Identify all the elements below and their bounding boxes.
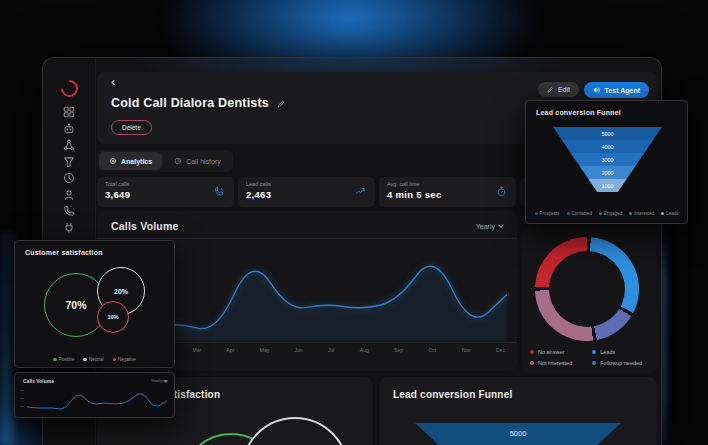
edit-button-label: Edit [558, 86, 570, 93]
x-axis-label: Sep [394, 347, 403, 353]
neutral-circle [241, 417, 349, 445]
legend-label: Prospects [540, 211, 560, 216]
stat-value: 4 min 5 sec [387, 189, 508, 200]
legend-dot [530, 361, 534, 365]
legend-item: Prospects [535, 211, 560, 216]
delete-button[interactable]: Delete [111, 120, 152, 135]
desktop: ‹ Cold Call Dialora Dentists Delete Edit… [0, 0, 708, 445]
contacts-icon [63, 189, 75, 201]
stat-label: Total calls [105, 181, 226, 187]
legend-item: Neutral [83, 357, 103, 362]
sidebar-item-history[interactable] [57, 172, 81, 184]
chevron-down-icon [498, 222, 504, 228]
satisfaction-overlay-title: Customer satisfaction [25, 249, 103, 256]
sidebar-item-integrations[interactable] [57, 222, 81, 234]
page-title: Cold Call Dialora Dentists [111, 96, 269, 110]
tab-call-history[interactable]: Call history [164, 152, 231, 170]
clock-icon [174, 157, 182, 165]
stat-value: 3,649 [105, 189, 226, 200]
stat-card-1: Total calls3,649 [97, 177, 234, 207]
sidebar-item-funnel[interactable] [57, 156, 81, 168]
mini-range-dropdown[interactable]: Yearly [151, 378, 167, 383]
backdrop-streak-left [0, 232, 14, 445]
back-button[interactable]: ‹ [111, 75, 115, 89]
calls-volume-header: Calls Volume Yearly [97, 211, 517, 239]
analytics-icon [109, 157, 117, 165]
test-agent-button[interactable]: Test Agent [584, 82, 649, 98]
legend-label: Engaged [604, 211, 622, 216]
history-icon [63, 172, 75, 184]
legend-dot [592, 361, 596, 365]
x-axis-label: Nov [462, 347, 471, 353]
stat-label: Avg. call time [387, 181, 508, 187]
lead-funnel-panel-title: Lead conversion Funnel [393, 389, 512, 400]
speaker-icon [593, 86, 601, 94]
tab-analytics[interactable]: Analytics [99, 152, 162, 170]
edit-button[interactable]: Edit [538, 82, 579, 97]
edit-title-icon[interactable] [277, 94, 286, 112]
title-row: Cold Call Dialora Dentists [111, 94, 286, 112]
legend-column: No answerNot interested [530, 349, 572, 366]
funnel-legend: ProspectsContactedEngagedInterestedLeads [526, 211, 687, 216]
tab-analytics-label: Analytics [121, 158, 152, 165]
mini-calls-volume-overlay: Calls Volume Yearly [14, 372, 175, 418]
legend-label: Leads [600, 349, 615, 355]
x-axis-label: Mar [193, 347, 202, 353]
mini-line-chart [27, 387, 167, 413]
sidebar-item-workflows[interactable] [57, 139, 81, 151]
funnel-stage-value: 5000 [510, 429, 527, 445]
sidebar-item-contacts[interactable] [57, 189, 81, 201]
stat-value: 2,463 [246, 189, 367, 200]
range-dropdown[interactable]: Yearly [476, 223, 503, 230]
funnel-stage-5: 1000 [553, 179, 662, 192]
outcomes-donut-chart [535, 237, 639, 341]
x-axis-label: May [260, 347, 269, 353]
chevron-down-icon [163, 378, 167, 382]
tab-call-history-label: Call history [186, 158, 221, 165]
phone-call-icon [214, 186, 225, 197]
dashboard-icon [63, 106, 75, 118]
legend-dot [530, 350, 534, 354]
agent-icon [63, 123, 75, 135]
x-axis-labels: JanFebMarAprMayJunJulAugSepOctNovDec [125, 347, 505, 353]
integrations-icon [63, 222, 75, 234]
legend-item: Contacted [567, 211, 593, 216]
legend-label: Not interested [538, 360, 572, 366]
lead-funnel-overlay-title: Lead conversion Funnel [536, 109, 621, 116]
call-outcomes-panel: No answerNot interestedLeadsFollowup nee… [521, 229, 657, 373]
legend-item: No answer [530, 349, 572, 355]
trend-up-icon [355, 186, 366, 197]
legend-dot [535, 212, 538, 215]
sidebar-item-calls[interactable] [57, 205, 81, 217]
sidebar-item-agents[interactable] [57, 123, 81, 135]
range-dropdown-value: Yearly [476, 223, 495, 230]
legend-dot [629, 212, 632, 215]
sidebar-item-dashboard[interactable] [57, 106, 81, 118]
legend-column: LeadsFollowup needed [592, 349, 642, 366]
stat-label: Lead calls [246, 181, 367, 187]
funnel-icon [63, 156, 75, 168]
legend-dot [83, 358, 87, 362]
legend-dot [113, 358, 117, 362]
test-agent-label: Test Agent [605, 87, 640, 94]
funnel-stages: 50004000300020001000 [553, 127, 662, 192]
legend-label: No answer [538, 349, 564, 355]
legend-label: Interested [634, 211, 654, 216]
x-axis-label: Dec [496, 347, 505, 353]
legend-label: Leads [666, 211, 678, 216]
legend-item: Negative [113, 357, 136, 362]
legend-item: Interested [629, 211, 654, 216]
calls-volume-title: Calls Volume [111, 220, 179, 232]
dialora-logo[interactable] [57, 76, 81, 100]
funnel-stage-4: 2000 [553, 166, 662, 179]
lead-funnel-overlay: Lead conversion Funnel 50004000300020001… [525, 100, 688, 224]
legend-dot [53, 358, 57, 362]
stat-card-3: Avg. call time4 min 5 sec [379, 177, 516, 207]
y-tick [20, 398, 24, 399]
satisfaction-legend: PositiveNeutralNegative [15, 357, 174, 362]
x-axis-label: Aug [360, 347, 369, 353]
legend-label: Neutral [89, 357, 104, 362]
mini-chart-title: Calls Volume [23, 378, 54, 384]
legend-item: Engaged [599, 211, 622, 216]
legend-label: Contacted [572, 211, 593, 216]
